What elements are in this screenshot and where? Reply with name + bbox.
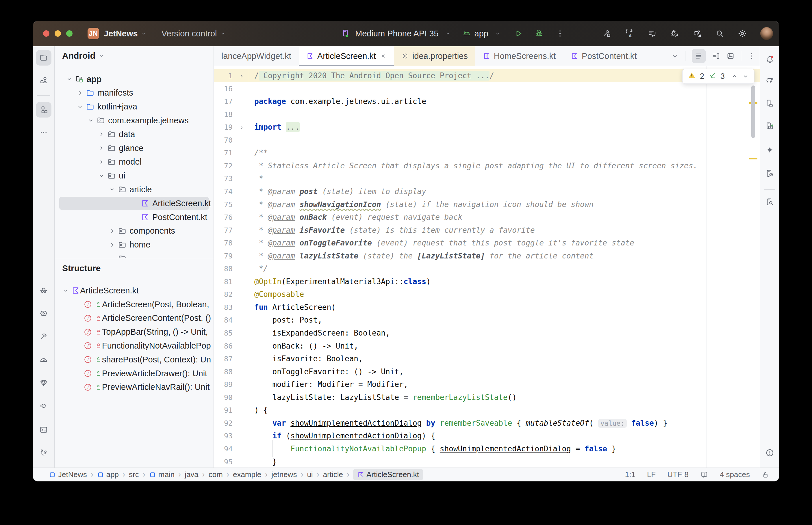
structure-item[interactable]: fPreviewArticleNavRail(): Unit <box>55 380 213 394</box>
line-number[interactable]: 18 <box>214 108 233 121</box>
prev-problem-button[interactable] <box>731 73 738 80</box>
editor-layout-preview[interactable] <box>726 52 735 60</box>
breadcrumb-item-main[interactable]: main <box>149 470 175 479</box>
panel-divider[interactable] <box>55 258 213 258</box>
structure-root-articlescreen-kt[interactable]: ArticleScreen.kt <box>55 284 213 297</box>
build-button[interactable] <box>603 29 612 38</box>
more-tool-windows-button[interactable] <box>39 128 48 137</box>
structure-item[interactable]: fTopAppBar(String, () -> Unit, <box>55 325 213 339</box>
tree-item-kotlin-java[interactable]: kotlin+java <box>55 100 213 114</box>
chevron-down-icon[interactable] <box>66 76 73 82</box>
line-number[interactable]: 76 <box>214 211 233 224</box>
structure-item[interactable]: fFunctionalityNotAvailablePop <box>55 339 213 352</box>
minimize-window-button[interactable] <box>55 30 61 37</box>
editor-layout-split[interactable] <box>712 52 720 60</box>
run-configuration-selector[interactable]: app <box>474 29 488 39</box>
line-number[interactable]: 71 <box>214 146 233 160</box>
breadcrumb-item-jetnews[interactable]: jetnews <box>271 470 297 479</box>
sync-translate-button[interactable]: A <box>625 29 634 38</box>
line-number[interactable]: 70 <box>214 134 233 147</box>
line-number[interactable]: 84 <box>214 314 233 327</box>
chevron-right-icon[interactable] <box>98 145 105 151</box>
caret-position[interactable]: 1:1 <box>625 470 635 479</box>
inspection-bubble-icon[interactable] <box>700 471 708 479</box>
line-number[interactable]: 93 <box>214 430 233 442</box>
tree-item-articlescreen-kt[interactable]: ArticleScreen.kt <box>55 196 213 210</box>
line-number[interactable]: 92 <box>214 417 233 430</box>
tree-item-com-example-jetnews[interactable]: com.example.jetnews <box>55 114 213 127</box>
structure-item[interactable]: fArticleScreen(Post, Boolean, <box>55 297 213 311</box>
breadcrumb-item-com[interactable]: com <box>209 470 223 479</box>
tree-item-data[interactable]: data <box>55 127 213 141</box>
resource-manager-tool-button[interactable] <box>39 76 48 85</box>
breadcrumb-item-example[interactable]: example <box>233 470 261 479</box>
chevron-down-icon[interactable] <box>87 117 94 124</box>
tree-row-partial[interactable] <box>55 252 213 258</box>
running-devices-tool-button[interactable] <box>766 122 774 130</box>
file-encoding[interactable]: UTF-8 <box>667 470 689 479</box>
notifications-button[interactable] <box>766 55 774 64</box>
editor-tab-homescreens-kt[interactable]: HomeScreens.kt <box>475 46 563 66</box>
more-run-options[interactable] <box>556 29 565 38</box>
close-icon[interactable] <box>380 53 386 59</box>
breadcrumb-item-src[interactable]: src <box>129 470 139 479</box>
app-inspection-right-tool-button[interactable] <box>766 197 774 206</box>
structure-item[interactable]: fArticleScreenContent(Post, () <box>55 311 213 325</box>
line-number[interactable]: 87 <box>214 352 233 365</box>
fold-marker-icon[interactable] <box>239 72 245 81</box>
profiler-tool-button[interactable] <box>39 356 48 364</box>
fold-marker-icon[interactable] <box>239 124 245 132</box>
line-number[interactable]: 72 <box>214 160 233 172</box>
logcat-tool-button[interactable] <box>39 402 48 411</box>
breadcrumb-item-jetnews[interactable]: JetNews <box>49 470 87 479</box>
chevron-down-icon[interactable] <box>109 186 116 193</box>
tree-item-home[interactable]: home <box>55 238 213 252</box>
line-number[interactable]: 94 <box>214 442 233 455</box>
search-everywhere-button[interactable] <box>715 29 724 38</box>
editor-layout-single[interactable] <box>692 49 706 63</box>
editor-more-options[interactable] <box>748 52 756 60</box>
inspections-ok-count[interactable]: 3 <box>720 72 725 81</box>
structure-tool-button[interactable] <box>36 102 51 118</box>
debug-button[interactable] <box>535 29 544 38</box>
gradle-sync-button[interactable] <box>693 29 702 38</box>
tree-item-ui[interactable]: ui <box>55 169 213 183</box>
warning-count[interactable]: 2 <box>700 72 704 81</box>
line-number[interactable]: 79 <box>214 250 233 262</box>
line-number[interactable]: 16 <box>214 82 233 95</box>
line-number[interactable]: 82 <box>214 288 233 301</box>
chevron-right-icon[interactable] <box>109 228 116 234</box>
tree-item-app[interactable]: app <box>55 72 213 86</box>
tree-item-components[interactable]: components <box>55 224 213 238</box>
tree-item-postcontent-kt[interactable]: PostContent.kt <box>55 210 213 224</box>
attach-debugger-button[interactable] <box>670 29 679 38</box>
build-tool-button[interactable] <box>39 332 48 341</box>
structure-item[interactable]: fsharePost(Post, Context): Un <box>55 352 213 366</box>
device-streaming-tool-button[interactable] <box>766 169 774 178</box>
project-name-menu[interactable]: JetNews <box>104 29 138 39</box>
line-number[interactable]: 17 <box>214 95 233 108</box>
structure-item[interactable]: fPreviewArticleDrawer(): Unit <box>55 366 213 380</box>
chevron-down-icon[interactable] <box>77 104 84 110</box>
device-selector[interactable]: Medium Phone API 35 <box>355 29 439 39</box>
line-number[interactable]: 85 <box>214 327 233 340</box>
breadcrumb-item-ui[interactable]: ui <box>307 470 313 479</box>
line-number[interactable]: 73 <box>214 172 233 185</box>
line-number[interactable]: 89 <box>214 378 233 391</box>
line-number[interactable]: 86 <box>214 340 233 352</box>
app-inspection-tool-button[interactable] <box>39 379 48 387</box>
device-manager-tool-button[interactable] <box>766 99 774 107</box>
line-number[interactable]: 95 <box>214 455 233 468</box>
line-number[interactable]: 81 <box>214 275 233 288</box>
breadcrumb-item-java[interactable]: java <box>184 470 198 479</box>
line-number[interactable]: 88 <box>214 365 233 378</box>
tree-item-article[interactable]: article <box>55 182 213 196</box>
chevron-right-icon[interactable] <box>77 90 84 96</box>
next-problem-button[interactable] <box>742 73 749 80</box>
editor-tab-articlescreen-kt[interactable]: ArticleScreen.kt <box>299 46 394 66</box>
scrollbar-thumb[interactable] <box>751 86 755 138</box>
chevron-down-icon[interactable] <box>98 173 105 179</box>
app-quality-insights-tool-button[interactable] <box>39 286 48 294</box>
project-view-selector[interactable]: Android <box>62 51 95 61</box>
chevron-right-icon[interactable] <box>98 131 105 137</box>
